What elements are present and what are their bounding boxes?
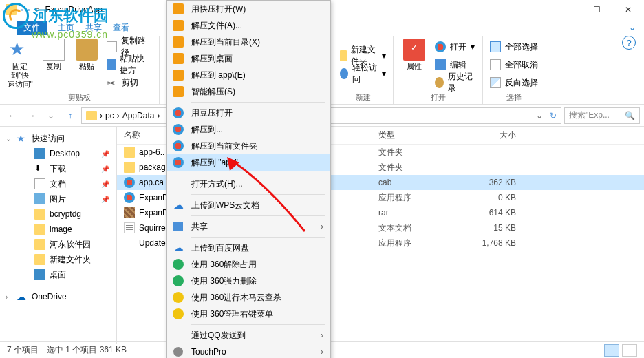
sidebar-item[interactable]: Desktop📌	[0, 146, 116, 161]
tab-file[interactable]: 文件	[17, 21, 47, 35]
nav-item-label: 河东软件园	[50, 239, 91, 251]
sidebar-item[interactable]: ⬇下载📌	[0, 161, 116, 176]
nav-item-label: 下载	[50, 163, 66, 175]
search-input[interactable]: 搜索"Exp... 🔍	[564, 107, 640, 124]
tab-share[interactable]: 共享	[85, 22, 102, 34]
menu-item-icon	[172, 308, 184, 320]
menu-item-icon	[172, 36, 184, 48]
pin-icon: 📌	[101, 150, 109, 158]
context-menu-item[interactable]: 使用 360进行木马云查杀	[167, 289, 330, 306]
view-icons-button[interactable]	[622, 344, 637, 357]
paste-shortcut-button[interactable]: 粘贴快捷方	[107, 57, 152, 72]
context-menu-item[interactable]: 解压到桌面	[167, 50, 330, 67]
nav-item-icon	[34, 224, 45, 235]
context-menu-item[interactable]: TouchPro›	[167, 344, 330, 358]
file-icon	[124, 222, 135, 233]
recent-button[interactable]: ⌄	[43, 107, 59, 124]
help-icon[interactable]: ?	[622, 36, 636, 50]
select-all-button[interactable]: 全部选择	[490, 39, 538, 54]
menu-item-label: 通过QQ发送到	[191, 330, 246, 341]
qat-properties-icon[interactable]: ▫	[21, 5, 23, 14]
context-menu-item[interactable]: 解压到 app\(E)	[167, 67, 330, 83]
history-button[interactable]: 历史记录	[435, 75, 475, 90]
nav-item-label: 桌面	[50, 269, 66, 281]
col-type[interactable]: 类型	[378, 129, 461, 141]
context-menu-item[interactable]: 解压到当前文件夹	[167, 138, 330, 154]
context-menu-item[interactable]: 使用 360解除占用	[167, 256, 330, 273]
nav-item-label: 图片	[50, 193, 66, 205]
context-menu-item[interactable]: ☁上传到百度网盘	[167, 240, 330, 256]
context-menu-item[interactable]: 用豆压打开	[167, 105, 330, 121]
edit-button[interactable]: 编辑	[435, 57, 475, 72]
invert-selection-button[interactable]: 反向选择	[490, 75, 538, 90]
col-size[interactable]: 大小	[461, 129, 530, 141]
context-menu-item[interactable]: 使用 360强力删除	[167, 273, 330, 289]
breadcrumb-segment[interactable]: pc	[105, 111, 114, 120]
search-icon: 🔍	[625, 111, 635, 120]
context-menu-item[interactable]: 用快压打开(W)	[167, 1, 330, 17]
file-size: 614 KB	[461, 208, 530, 218]
sidebar-item[interactable]: 桌面	[0, 267, 116, 282]
pin-icon: 📌	[101, 165, 109, 173]
minimize-button[interactable]: —	[549, 0, 581, 19]
sidebar-item[interactable]: bcryptdg	[0, 207, 116, 222]
menu-item-label: 解压到...	[191, 124, 223, 136]
context-menu-item[interactable]: 解压到...	[167, 121, 330, 138]
up-button[interactable]: ↑	[62, 107, 78, 124]
pin-quick-access-button[interactable]: ★ 固定到"快 速访问"	[7, 39, 33, 91]
tab-view[interactable]: 查看	[113, 22, 129, 34]
menu-item-icon	[172, 19, 184, 32]
window-title: ExpanDriveApp	[45, 5, 103, 14]
forward-button[interactable]: →	[23, 107, 40, 124]
cut-button[interactable]: ✂剪切	[107, 75, 152, 90]
nav-onedrive[interactable]: ›☁OneDrive	[0, 289, 116, 304]
copy-button[interactable]: 复制	[40, 39, 66, 91]
nav-item-icon	[34, 148, 45, 159]
copy-path-button[interactable]: 复制路径	[107, 39, 152, 54]
breadcrumb-segment[interactable]: AppData	[122, 111, 155, 120]
pin-icon: 📌	[101, 196, 109, 203]
sidebar-item[interactable]: 图片📌	[0, 191, 116, 207]
context-menu-item[interactable]: ☁上传到WPS云文档	[167, 197, 330, 213]
sidebar-item[interactable]: image	[0, 222, 116, 237]
ribbon-collapse-icon[interactable]: ⌄	[629, 23, 636, 32]
qat-newfolder-icon[interactable]: ▫	[28, 5, 30, 14]
menu-item-label: 使用 360强力删除	[191, 275, 257, 287]
sidebar-item[interactable]: 文档📌	[0, 176, 116, 191]
view-details-button[interactable]	[604, 344, 619, 357]
nav-item-label: 文档	[50, 178, 66, 190]
pin-icon: 📌	[101, 180, 109, 188]
file-type: 文本文档	[378, 222, 461, 234]
menu-item-label: 上传到百度网盘	[191, 242, 249, 254]
context-menu-item[interactable]: 打开方式(H)...	[167, 176, 330, 192]
close-button[interactable]: ✕	[612, 0, 644, 19]
open-button[interactable]: 打开▾	[435, 39, 475, 54]
nav-item-label: bcryptdg	[50, 209, 81, 219]
menu-item-icon	[172, 123, 184, 136]
menu-item-label: 解压文件(A)...	[191, 20, 242, 32]
maximize-button[interactable]: ☐	[581, 0, 612, 19]
file-size: 15 KB	[461, 223, 530, 233]
easy-access-button[interactable]: 轻松访问▾	[340, 66, 386, 81]
tab-home[interactable]: 主页	[58, 22, 74, 34]
sidebar-item[interactable]: 河东软件园	[0, 237, 116, 252]
nav-item-icon	[34, 269, 45, 280]
context-menu-item[interactable]: 解压文件(A)...	[167, 17, 330, 34]
new-folder-button[interactable]: 新建文件夹▾	[340, 48, 386, 63]
nav-quick-access[interactable]: ⌄★快速访问	[0, 131, 116, 146]
select-none-button[interactable]: 全部取消	[490, 57, 538, 72]
menu-item-icon	[172, 258, 184, 271]
context-menu-item[interactable]: 共享›	[167, 218, 330, 235]
submenu-arrow-icon: ›	[321, 330, 323, 340]
file-icon	[124, 238, 135, 249]
properties-button[interactable]: ✓ 属性	[400, 39, 428, 91]
context-menu-item[interactable]: 智能解压(S)	[167, 83, 330, 100]
sidebar-item[interactable]: 新建文件夹	[0, 252, 116, 267]
refresh-icon[interactable]: ↻	[550, 111, 557, 120]
context-menu-item[interactable]: 使用 360管理右键菜单	[167, 306, 330, 322]
context-menu-item[interactable]: 解压到 "app"	[167, 154, 330, 171]
context-menu-item[interactable]: 解压到当前目录(X)	[167, 34, 330, 50]
back-button[interactable]: ←	[4, 107, 21, 124]
paste-button[interactable]: 粘贴	[74, 39, 100, 91]
context-menu-item[interactable]: 通过QQ发送到›	[167, 327, 330, 344]
